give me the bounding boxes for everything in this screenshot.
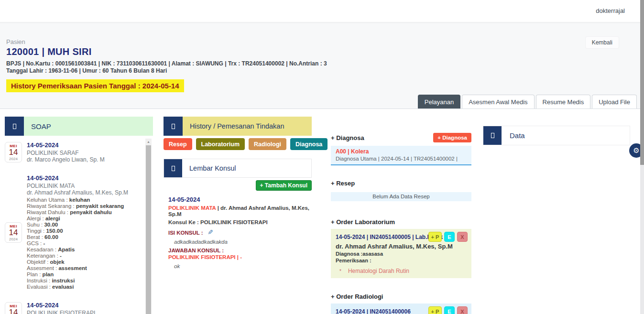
tindakan-title: History / Pemesanan Tindakan bbox=[183, 117, 312, 136]
konsul-panel-header: Lembar Konsul bbox=[164, 159, 311, 177]
lab-edit-button[interactable]: E bbox=[444, 232, 455, 242]
entry-date: 14-05-2024 bbox=[27, 302, 144, 309]
entry-detail-line: Objektif : objek bbox=[27, 259, 144, 265]
detail-value: penyakit dahulu bbox=[70, 209, 112, 215]
lab-order-card: 14-05-2024 | IN24051400005 | Lab.Klinik … bbox=[331, 229, 471, 278]
resep-heading: + Resep bbox=[331, 180, 355, 187]
entry-detail-line: Riwayat Sekarang : penyakit sekarang bbox=[27, 203, 144, 209]
soap-timeline: MEI14202414-05-2024POLIKLINIK SARAFdr. M… bbox=[5, 139, 144, 314]
konsul-from-clinic: POLIKLINIK MATA bbox=[168, 205, 216, 211]
entry-doctor: dr. Ahmad Ashraf Amalius, M.Kes, Sp.M bbox=[27, 189, 144, 196]
soap-scrollbar[interactable]: ▲ bbox=[145, 139, 152, 314]
jawaban-konsul-label: JAWABAN KONSUL : bbox=[168, 248, 312, 253]
badge-year: 2024 bbox=[5, 237, 22, 241]
detail-value: keluhan bbox=[69, 197, 90, 203]
patient-summary: Pasien 120001 | MUH SIRI BPJS | No.Kartu… bbox=[6, 38, 327, 92]
detail-value: evaluasi bbox=[52, 284, 74, 290]
timeline-entry: MEI14202414-05-2024POLIKLINIK SARAFdr. M… bbox=[5, 141, 144, 163]
page-scrollbar[interactable] bbox=[640, 0, 644, 314]
detail-value: 60.00 bbox=[44, 234, 58, 240]
jawaban-text: ok bbox=[174, 263, 312, 269]
detail-label: Instruksi : bbox=[27, 278, 52, 283]
rad-print-button[interactable]: + P bbox=[428, 306, 442, 314]
detail-label: Alergi : bbox=[27, 216, 45, 221]
resep-empty-message: Belum Ada Data Resep bbox=[331, 192, 471, 201]
lab-order-actions: + PEX bbox=[428, 232, 468, 242]
entry-details: Keluhan Utama : keluhanRiwayat Sekarang … bbox=[27, 197, 144, 290]
placeholder-box-icon bbox=[13, 124, 16, 129]
add-diagnosa-button[interactable]: + Diagnosa bbox=[433, 133, 471, 142]
badge-day: 14 bbox=[5, 228, 22, 237]
soap-panel-icon bbox=[5, 117, 24, 136]
tab-asesmen-awal-medis[interactable]: Asesmen Awal Medis bbox=[462, 95, 534, 109]
logged-in-user[interactable]: dokterrajal bbox=[596, 7, 625, 14]
entry-detail-line: Plan : plan bbox=[27, 271, 144, 278]
patient-title: 120001 | MUH SIRI bbox=[6, 46, 327, 57]
tindakan-panel-icon bbox=[164, 117, 183, 136]
entry-detail-line: Keterangan : - bbox=[27, 253, 144, 259]
tab-resume-medis[interactable]: Resume Medis bbox=[536, 95, 591, 109]
page-scroll-thumb[interactable] bbox=[640, 0, 644, 165]
entry-detail-line: Berat : 60.00 bbox=[27, 234, 144, 240]
back-button[interactable]: Kembali bbox=[585, 36, 619, 49]
diagnosa-card: A00 | Kolera Diagnosa Utama | 2024-05-14… bbox=[331, 146, 471, 165]
patient-header-section: Kembali Pasien 120001 | MUH SIRI BPJS | … bbox=[0, 22, 644, 109]
placeholder-box-icon bbox=[172, 124, 175, 129]
detail-label: Suhu : bbox=[27, 222, 44, 227]
tab-upload-file[interactable]: Upload File bbox=[592, 95, 637, 109]
entry-detail-line: Assesment : assesment bbox=[27, 265, 144, 271]
timeline-entry: MEI14202414-05-2024POLIKLINIK MATAdr. Ah… bbox=[5, 174, 144, 290]
diagnosa-heading: + Diagnosa bbox=[331, 134, 364, 141]
lab-order-item: *Hematologi Darah Rutin bbox=[336, 268, 467, 274]
orders-column: + Diagnosa + Diagnosa A00 | Kolera Diagn… bbox=[331, 117, 471, 314]
diagnosa-button[interactable]: Diagnosa bbox=[290, 138, 327, 150]
lab-order-heading: + Order Laboratorium bbox=[331, 218, 395, 226]
entry-body: 14-05-2024POLIKLINIK SARAFdr. Marco Ange… bbox=[25, 141, 144, 163]
tindakan-panel: History / Pemesanan Tindakan ResepLabora… bbox=[164, 117, 312, 270]
entry-detail-line: Tinggi : 150.00 bbox=[27, 228, 144, 234]
rad-order-card: 14-05-2024 | IN24051400006 + PEX dr. Ahm… bbox=[331, 303, 471, 314]
data-panel-header: Data bbox=[483, 126, 630, 145]
detail-label: GCS : bbox=[27, 240, 44, 246]
konsul-date: 14-05-2024 bbox=[168, 196, 312, 203]
date-badge: MEI142024 bbox=[5, 222, 22, 243]
patient-section-label: Pasien bbox=[6, 38, 327, 45]
rad-delete-button[interactable]: X bbox=[457, 306, 468, 314]
date-badge-column: MEI142024 bbox=[5, 302, 25, 314]
add-konsul-button[interactable]: + Tambah Konsul bbox=[256, 180, 312, 191]
tab-pelayanan[interactable]: Pelayanan bbox=[418, 95, 460, 109]
isi-konsul-text: adkadkadadkadkakda bbox=[174, 239, 312, 245]
detail-label: Objektif : bbox=[27, 259, 50, 265]
konsul-panel: Lembar Konsul bbox=[164, 159, 312, 178]
date-badge-column: MEI142024 bbox=[5, 174, 25, 290]
soap-panel-header: SOAP bbox=[5, 117, 153, 136]
soap-scroll-thumb[interactable] bbox=[146, 145, 151, 314]
lab-delete-button[interactable]: X bbox=[457, 232, 468, 242]
diagnosa-detail: Diagnosa Utama | 2024-05-14 | TR24051400… bbox=[336, 156, 467, 162]
resep-button[interactable]: Resep bbox=[164, 138, 192, 150]
tindakan-panel-header: History / Pemesanan Tindakan bbox=[164, 117, 312, 136]
top-navbar: dokterrajal bbox=[0, 0, 644, 22]
scroll-up-icon[interactable]: ▲ bbox=[145, 139, 152, 143]
rad-edit-button[interactable]: E bbox=[444, 306, 455, 314]
rad-order-heading: + Order Radiologi bbox=[331, 293, 383, 300]
edit-pencil-icon[interactable]: ✎ bbox=[207, 228, 213, 236]
entry-clinic: POLIKLINIK FISIOTERAPI bbox=[27, 310, 144, 314]
lab-print-button[interactable]: + P bbox=[428, 232, 442, 242]
lab-order-item-name: Hematologi Darah Rutin bbox=[348, 268, 409, 274]
entry-date: 14-05-2024 bbox=[27, 174, 144, 182]
radiologi-button[interactable]: Radiologi bbox=[249, 138, 286, 150]
date-badge: MEI142024 bbox=[5, 302, 22, 314]
laboratorium-button[interactable]: Laboratorium bbox=[196, 138, 245, 150]
soap-panel: SOAP MEI14202414-05-2024POLIKLINIK SARAF… bbox=[5, 117, 153, 314]
entry-body: 14-05-2024POLIKLINIK MATAdr. Ahmad Ashra… bbox=[25, 174, 144, 290]
placeholder-box-icon bbox=[491, 133, 494, 138]
lab-order-items: *Hematologi Darah Rutin bbox=[336, 268, 467, 274]
gear-icon: ⚙ bbox=[633, 146, 639, 155]
entry-detail-line: Suhu : 30.00 bbox=[27, 222, 144, 228]
data-panel-title: Data bbox=[502, 126, 630, 145]
detail-value: objek bbox=[50, 259, 65, 265]
badge-day: 14 bbox=[5, 308, 22, 314]
entry-detail-line: Riwayat Dahulu : penyakit dahulu bbox=[27, 209, 144, 216]
soap-title: SOAP bbox=[24, 117, 153, 136]
